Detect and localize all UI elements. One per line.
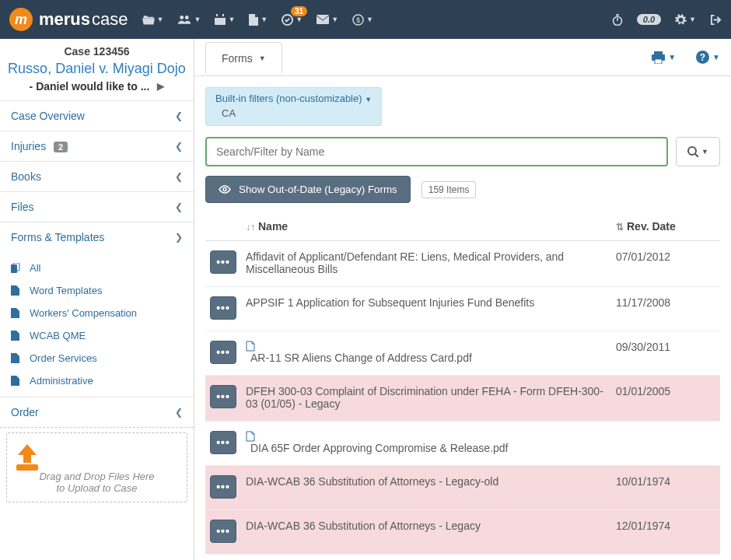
forms-sub-all[interactable]: All bbox=[11, 257, 194, 279]
forms-sub-wcab-qme[interactable]: WCAB QME bbox=[11, 324, 194, 347]
forms-sub-label: All bbox=[30, 262, 40, 274]
forms-table-wrap[interactable]: ↓↑Name ⇅Rev. Date •••Affidavit of Applic… bbox=[205, 212, 720, 560]
forms-content: Built-in filters (non-customizable) ▼ CA… bbox=[194, 76, 731, 560]
search-input[interactable] bbox=[205, 137, 668, 166]
forms-table: ↓↑Name ⇅Rev. Date •••Affidavit of Applic… bbox=[205, 212, 720, 560]
nav-folder[interactable]: ▼ bbox=[142, 14, 164, 25]
check-circle-icon bbox=[282, 14, 293, 26]
file-dropzone[interactable]: Drag and Drop Files Here to Upload to Ca… bbox=[6, 432, 187, 502]
row-name-cell: DIA 65F Order Approving Compromise & Rel… bbox=[241, 422, 611, 466]
sidebar-item-order[interactable]: Order ❮ bbox=[0, 397, 194, 428]
svg-point-0 bbox=[180, 16, 184, 19]
stopwatch-icon bbox=[612, 14, 623, 26]
forms-sub-workers-comp[interactable]: Workers' Compensation bbox=[11, 302, 194, 324]
row-name-cell: DFEH 300-03 Complaint of Discrimination … bbox=[241, 376, 611, 422]
forms-sub-administrative[interactable]: Administrative bbox=[11, 369, 194, 392]
row-date bbox=[611, 422, 720, 466]
sidebar-item-injuries[interactable]: Injuries 2 ❮ bbox=[0, 131, 194, 161]
table-row[interactable]: •••APPSIF 1 Application for Subsequent I… bbox=[205, 287, 720, 331]
svg-rect-11 bbox=[11, 264, 17, 273]
forms-sub-order-services[interactable]: Order Services bbox=[11, 347, 194, 369]
toggle-legacy-label: Show Out-of-Date (Legacy) Forms bbox=[239, 184, 397, 195]
row-actions-button[interactable]: ••• bbox=[210, 296, 236, 320]
table-row[interactable]: •••DIA-WCAB 36 Substitution of Attorneys… bbox=[205, 510, 720, 555]
tab-label: Forms bbox=[222, 52, 253, 65]
print-menu[interactable]: ▼ bbox=[652, 51, 676, 64]
dropzone-line1: Drag and Drop Files Here bbox=[12, 471, 182, 482]
row-actions-button[interactable]: ••• bbox=[210, 475, 236, 499]
col-actions bbox=[205, 212, 241, 241]
sidebar-item-files[interactable]: Files ❮ bbox=[0, 191, 194, 222]
caret-down-icon: ▼ bbox=[689, 16, 696, 23]
row-actions-button[interactable]: ••• bbox=[210, 341, 236, 364]
nav-tasks[interactable]: ▼ 31 bbox=[282, 14, 303, 26]
caret-down-icon: ▼ bbox=[228, 16, 235, 23]
sidebar-item-forms-templates[interactable]: Forms & Templates ❯ bbox=[0, 222, 194, 252]
sidebar-item-case-overview[interactable]: Case Overview ❮ bbox=[0, 100, 194, 131]
svg-point-1 bbox=[185, 16, 189, 19]
forms-sub-label: WCAB QME bbox=[30, 330, 86, 341]
file-icon bbox=[11, 285, 22, 296]
timer-value[interactable]: 0.0 bbox=[637, 14, 661, 25]
row-date: 02/28/2012 bbox=[611, 555, 720, 561]
row-actions-button[interactable]: ••• bbox=[210, 520, 236, 543]
table-row[interactable]: •••DIA 65F Order Approving Compromise & … bbox=[205, 422, 720, 466]
injuries-count-badge: 2 bbox=[54, 142, 68, 152]
svg-rect-16 bbox=[655, 59, 662, 64]
case-subtitle-row[interactable]: - Daniel would like to ... ▶ bbox=[0, 80, 194, 100]
case-subtitle: - Daniel would like to ... bbox=[30, 80, 150, 93]
nav-timer[interactable] bbox=[612, 14, 623, 26]
nav-settings[interactable]: ▼ bbox=[675, 14, 696, 26]
sidebar-item-books[interactable]: Books ❮ bbox=[0, 161, 194, 191]
row-name: DIA 65F Order Approving Compromise & Rel… bbox=[250, 442, 509, 454]
svg-rect-5 bbox=[222, 14, 224, 16]
row-date: 07/01/2012 bbox=[611, 241, 720, 287]
table-row[interactable]: •••DIA/WCAB 003 Resolution of Liens - Af… bbox=[205, 555, 720, 561]
caret-down-icon: ▼ bbox=[261, 16, 268, 23]
forms-sub-label: Order Services bbox=[30, 352, 97, 364]
nav-logout[interactable] bbox=[710, 14, 722, 26]
main-header-actions: ▼ ? ▼ bbox=[652, 51, 720, 64]
help-menu[interactable]: ? ▼ bbox=[696, 51, 720, 64]
col-rev-date[interactable]: ⇅Rev. Date bbox=[611, 212, 720, 241]
help-circle-icon: ? bbox=[696, 51, 709, 64]
table-row[interactable]: •••DIA-WCAB 36 Substitution of Attorneys… bbox=[205, 466, 720, 510]
brand-logo[interactable]: m meruscase bbox=[9, 8, 128, 31]
toggle-legacy-button[interactable]: Show Out-of-Date (Legacy) Forms bbox=[205, 176, 411, 203]
row-actions-button[interactable]: ••• bbox=[210, 250, 236, 274]
sidebar-item-label: Books bbox=[11, 170, 41, 183]
main-panel: Forms ▼ ▼ ? ▼ Buil bbox=[194, 39, 731, 560]
row-actions-button[interactable]: ••• bbox=[210, 385, 236, 408]
tab-forms[interactable]: Forms ▼ bbox=[205, 42, 282, 74]
people-icon bbox=[177, 14, 191, 25]
search-options-button[interactable]: ▼ bbox=[676, 137, 720, 166]
case-title[interactable]: Russo, Daniel v. Miyagi Dojo bbox=[0, 59, 194, 80]
nav-billing[interactable]: $ ▼ bbox=[352, 14, 373, 26]
dropzone-line2: to Upload to Case bbox=[12, 482, 182, 494]
nav-items-left: ▼ ▼ ▼ ▼ ▼ 31 ▼ bbox=[142, 14, 373, 26]
row-date: 01/01/2005 bbox=[611, 376, 720, 422]
svg-text:$: $ bbox=[356, 16, 361, 24]
forms-sub-word[interactable]: Word Templates bbox=[11, 279, 194, 302]
nav-people[interactable]: ▼ bbox=[177, 14, 201, 25]
svg-rect-4 bbox=[216, 14, 218, 16]
caret-down-icon: ▼ bbox=[668, 53, 676, 61]
nav-items-right: 0.0 ▼ bbox=[612, 14, 722, 26]
sidebar-item-label: Files bbox=[11, 201, 34, 213]
nav-document[interactable]: ▼ bbox=[249, 14, 268, 26]
table-row[interactable]: •••AR-11 SR Aliens Change of Address Car… bbox=[205, 331, 720, 376]
row-name: AR-11 SR Aliens Change of Address Card.p… bbox=[250, 352, 472, 364]
col-name[interactable]: ↓↑Name bbox=[241, 212, 611, 241]
table-row[interactable]: •••Affidavit of Applicant/Defendant RE: … bbox=[205, 241, 720, 287]
top-navbar: m meruscase ▼ ▼ ▼ ▼ ▼ 31 bbox=[0, 0, 731, 39]
table-row[interactable]: •••DFEH 300-03 Complaint of Discriminati… bbox=[205, 376, 720, 422]
row-actions-button[interactable]: ••• bbox=[210, 431, 236, 454]
filter-chip[interactable]: Built-in filters (non-customizable) ▼ CA bbox=[205, 87, 382, 126]
caret-down-icon: ▼ bbox=[701, 148, 708, 156]
svg-point-19 bbox=[688, 147, 696, 155]
printer-icon bbox=[652, 51, 665, 64]
nav-calendar[interactable]: ▼ bbox=[215, 14, 235, 25]
row-name-cell: APPSIF 1 Application for Subsequent Inju… bbox=[241, 287, 611, 331]
mail-icon bbox=[317, 15, 329, 24]
nav-mail[interactable]: ▼ bbox=[317, 15, 338, 24]
